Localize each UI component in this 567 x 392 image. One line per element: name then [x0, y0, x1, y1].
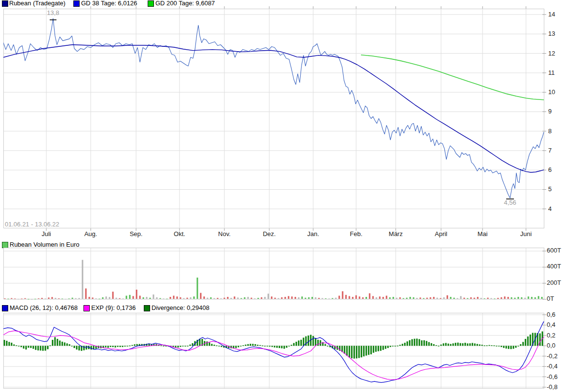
month-label: Dez.: [254, 230, 285, 238]
volume-chart-panel: [3, 248, 547, 300]
divergence-legend-swatch: [144, 305, 150, 311]
high-annotation: 13,8: [43, 9, 63, 16]
stock-chart-root: Rubean (Tradegate) GD 38 Tage: 6,0126 GD…: [0, 0, 567, 392]
macd-axis-tick: 0,0: [547, 342, 555, 350]
macd-legend-swatch: [2, 305, 8, 311]
price-axis-tick: 8: [548, 127, 552, 135]
low-annotation: 4,56: [499, 199, 521, 206]
macd-axis-tick: 0,2: [547, 332, 555, 339]
price-legend-label: Rubean (Tradegate): [9, 0, 66, 7]
price-axis-tick: 12: [548, 50, 555, 57]
price-axis-tick: 14: [548, 11, 555, 18]
month-label: März: [380, 230, 411, 238]
volume-axis-tick: 200T: [547, 279, 561, 287]
macd-axis-tick: -0,2: [547, 352, 557, 360]
macd-axis-tick: -0,4: [547, 363, 557, 370]
date-range-label: 01.06.21 - 13.06.22: [5, 221, 59, 228]
month-label: Mai: [467, 230, 498, 238]
month-label: Jan.: [298, 230, 329, 238]
month-label: April: [426, 230, 456, 238]
volume-axis-tick: 400T: [547, 263, 561, 270]
macd-axis-tick: 0,4: [547, 321, 555, 329]
month-label: Nov.: [209, 230, 240, 238]
price-axis-tick: 5: [548, 185, 552, 193]
month-label: Sep.: [121, 230, 152, 238]
macd-legend-label: MACD (26, 12): 0,46768: [10, 305, 78, 311]
month-label: Juli: [31, 230, 62, 238]
price-axis-tick: 10: [548, 88, 555, 96]
price-axis-tick: 4: [548, 205, 552, 213]
price-axis-tick: 11: [548, 69, 555, 77]
volume-axis-tick: 600T: [547, 247, 561, 254]
price-axis-tick: 13: [548, 30, 555, 38]
volume-axis-tick: 0T: [547, 295, 554, 303]
month-label: Feb.: [341, 230, 372, 238]
gd200-legend-label: GD 200 Tage: 9,6087: [155, 0, 215, 7]
month-label: Juni: [511, 230, 541, 238]
exp-legend-label: EXP (9): 0,1736: [91, 305, 136, 311]
month-label: Aug.: [75, 230, 106, 238]
macd-axis-tick: 0,6: [547, 311, 555, 319]
volume-legend-label: Rubean Volumen in Euro: [10, 241, 80, 248]
gd38-legend-label: GD 38 Tage: 6,0126: [81, 0, 137, 7]
price-axis-tick: 9: [548, 108, 552, 115]
price-axis-tick: 6: [548, 166, 552, 174]
price-axis-tick: 7: [548, 147, 552, 154]
macd-axis-tick: -0,8: [547, 383, 557, 391]
macd-chart-panel: [3, 313, 547, 389]
exp-legend-swatch: [83, 305, 90, 311]
macd-axis-tick: -0,6: [547, 373, 557, 381]
month-label: Okt.: [164, 230, 195, 238]
divergence-legend-label: Divergence: 0,29408: [152, 305, 209, 311]
price-chart-panel: [3, 6, 547, 232]
